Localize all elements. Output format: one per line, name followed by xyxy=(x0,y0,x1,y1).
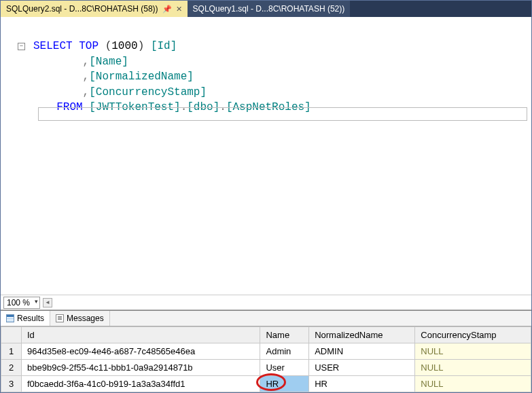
cell-concurrencystamp[interactable]: NULL xyxy=(415,343,531,360)
keyword-select: SELECT xyxy=(33,40,73,52)
cell-normalizedname[interactable]: USER xyxy=(309,360,415,376)
schema-name: [dbo] xyxy=(187,101,219,113)
table-row[interactable]: 2 bbe9b9c9-2f55-4c11-bbb1-0a9a2914871b U… xyxy=(1,360,531,376)
results-grid-icon xyxy=(6,314,14,322)
row-number[interactable]: 3 xyxy=(1,376,22,392)
zoom-value: 100 % xyxy=(7,298,30,307)
cell-name[interactable]: User xyxy=(260,360,309,376)
editor-status-bar: 100 % ◄ xyxy=(1,295,531,310)
col-header-normalizedname[interactable]: NormalizedName xyxy=(309,327,415,343)
keyword-top: TOP xyxy=(79,40,99,52)
table-row[interactable]: 1 964d35e8-ec09-4e46-a687-7c48565e46ea A… xyxy=(1,343,531,360)
close-icon[interactable]: ✕ xyxy=(176,5,182,14)
table-header-row: Id Name NormalizedName ConcurrencyStamp xyxy=(1,327,531,343)
zoom-dropdown[interactable]: 100 % xyxy=(3,297,40,309)
cell-id[interactable]: 964d35e8-ec09-4e46-a687-7c48565e46ea xyxy=(22,343,260,360)
cell-normalizedname[interactable]: HR xyxy=(309,376,415,392)
cell-concurrencystamp[interactable]: NULL xyxy=(415,376,531,392)
tab-sqlquery2[interactable]: SQLQuery2.sql - D...8C\ROHATASH (58)) 📌 … xyxy=(1,1,188,17)
cell-id[interactable]: f0bcaedd-3f6a-41c0-b919-1a3a3a34ffd1 xyxy=(22,376,260,392)
keyword-from: FROM xyxy=(56,101,82,113)
literal-number: 1000 xyxy=(111,40,137,52)
tab-label: SQLQuery1.sql - D...8C\ROHATASH (52)) xyxy=(193,4,345,14)
scroll-left-icon[interactable]: ◄ xyxy=(43,298,52,307)
cell-name[interactable]: Admin xyxy=(260,343,309,360)
col-header-name[interactable]: Name xyxy=(260,327,309,343)
cell-concurrencystamp[interactable]: NULL xyxy=(415,360,531,376)
database-name: [JWTTokenTest] xyxy=(89,101,180,113)
sql-editor-pane: −SELECT TOP (1000) [Id] ,[Name] ,[Normal… xyxy=(1,17,531,310)
results-table[interactable]: Id Name NormalizedName ConcurrencyStamp … xyxy=(1,326,531,392)
column-id: [Id] xyxy=(151,40,177,52)
pin-icon[interactable]: 📌 xyxy=(162,5,172,14)
col-header-id[interactable]: Id xyxy=(22,327,260,343)
row-number[interactable]: 2 xyxy=(1,360,22,376)
messages-icon xyxy=(56,314,64,322)
document-tab-bar: SQLQuery2.sql - D...8C\ROHATASH (58)) 📌 … xyxy=(1,1,531,17)
row-number-header[interactable] xyxy=(1,327,22,343)
tab-label: SQLQuery2.sql - D...8C\ROHATASH (58)) xyxy=(6,4,158,14)
cell-normalizedname[interactable]: ADMIN xyxy=(309,343,415,360)
col-header-concurrencystamp[interactable]: ConcurrencyStamp xyxy=(415,327,531,343)
messages-tab-label: Messages xyxy=(67,314,104,323)
column-concurrencystamp: [ConcurrencyStamp] xyxy=(89,86,207,98)
tab-sqlquery1[interactable]: SQLQuery1.sql - D...8C\ROHATASH (52)) xyxy=(188,1,351,17)
column-normalizedname: [NormalizedName] xyxy=(89,71,194,83)
column-name: [Name] xyxy=(89,56,128,68)
cell-value: HR xyxy=(266,379,279,389)
results-tab-bar: Results Messages xyxy=(1,310,531,326)
fold-toggle-icon[interactable]: − xyxy=(18,43,25,50)
row-number[interactable]: 1 xyxy=(1,343,22,360)
results-tab-label: Results xyxy=(17,314,44,323)
cell-name-selected[interactable]: HR xyxy=(260,376,309,392)
sql-editor[interactable]: −SELECT TOP (1000) [Id] ,[Name] ,[Normal… xyxy=(1,17,531,295)
table-name: [AspNetRoles] xyxy=(226,101,311,113)
cell-id[interactable]: bbe9b9c9-2f55-4c11-bbb1-0a9a2914871b xyxy=(22,360,260,376)
results-grid: Id Name NormalizedName ConcurrencyStamp … xyxy=(1,326,531,392)
tab-results[interactable]: Results xyxy=(1,311,50,326)
table-row[interactable]: 3 f0bcaedd-3f6a-41c0-b919-1a3a3a34ffd1 H… xyxy=(1,376,531,392)
tab-messages[interactable]: Messages xyxy=(50,311,110,326)
